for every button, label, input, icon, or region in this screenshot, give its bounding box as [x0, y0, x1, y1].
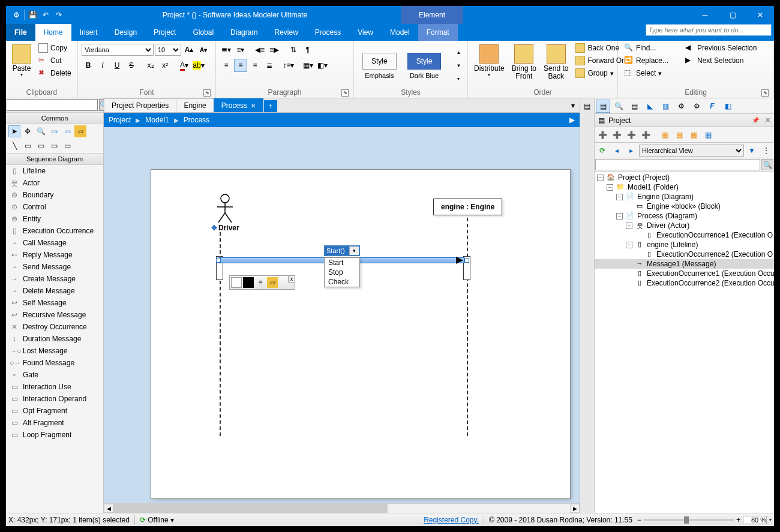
tree-node[interactable]: ▯ExecutionOccurrence1 (Execution Occu — [595, 269, 774, 278]
cut-button[interactable]: ✂Cut — [36, 55, 74, 67]
ptool-add-1[interactable]: ➕ — [596, 128, 609, 142]
tree-node[interactable]: −웃Driver (Actor) — [595, 221, 774, 230]
tool-zoom[interactable]: 🔍 — [35, 125, 47, 137]
replace-button[interactable]: 🔁Replace... — [622, 55, 671, 67]
highlight-icon[interactable]: ab▾ — [192, 59, 205, 72]
lifeline-engine-header[interactable]: engine : Engine — [433, 199, 502, 215]
tab-model[interactable]: Model — [382, 24, 418, 41]
styles-scroll-down[interactable]: ▼ — [452, 59, 465, 73]
status-offline[interactable]: ⟳ Offline ▾ — [140, 516, 174, 524]
toolbox-item-loop-fragment[interactable]: ▭Loop Fragment — [6, 429, 103, 441]
toolbox-item-actor[interactable]: 웃Actor — [6, 177, 103, 189]
ctx-tool-4[interactable]: ▱ — [267, 277, 278, 288]
align-left-icon[interactable]: ≡ — [220, 59, 233, 72]
rstrip-btn-1[interactable]: ▤ — [581, 100, 594, 113]
rtool-7[interactable]: ⚙ — [689, 100, 704, 113]
font-size-select[interactable]: 10 — [155, 44, 181, 56]
tree-node[interactable]: −▯engine (Lifeline) — [595, 240, 774, 250]
tool-rect[interactable]: ▭ — [22, 140, 34, 152]
diagram-canvas[interactable]: ✥Driver engine : Engine ▾ — [104, 127, 580, 503]
toolbox-item-recursive-message[interactable]: ↩Recursive Message — [6, 309, 103, 321]
numbering-icon[interactable]: ≡▾ — [234, 43, 247, 56]
tell-me-search[interactable] — [646, 24, 772, 36]
ptool-5[interactable]: ▦ — [658, 128, 671, 142]
view-mode-select[interactable]: Hierarchical View — [639, 145, 744, 157]
actor-driver[interactable]: ✥Driver — [211, 194, 239, 232]
toolbox-item-call-message[interactable]: →Call Message — [6, 237, 103, 249]
outdent-icon[interactable]: ◀≡ — [253, 43, 266, 56]
delete-button[interactable]: ✖Delete — [36, 67, 74, 79]
toolbox-item-gate[interactable]: ▫Gate — [6, 369, 103, 381]
toolbox-item-alt-fragment[interactable]: ▭Alt Fragment — [6, 417, 103, 429]
toolbox-item-interaction-use[interactable]: ▭Interaction Use — [6, 381, 103, 393]
tree-node[interactable]: −📄Engine (Diagram) — [595, 192, 774, 202]
tool-move[interactable]: ✥ — [22, 125, 34, 137]
tab-global[interactable]: Global — [184, 24, 222, 41]
tab-design[interactable]: Design — [106, 24, 145, 41]
sort-icon[interactable]: ⇅ — [287, 43, 300, 56]
tree-node[interactable]: −📁Model1 (Folder) — [595, 182, 774, 192]
toolbox-item-boundary[interactable]: ⊖Boundary — [6, 189, 103, 201]
grow-font-icon[interactable]: A▴ — [182, 43, 196, 56]
indent-icon[interactable]: ≡▶ — [268, 43, 281, 56]
toolbox-item-duration-message[interactable]: ↕Duration Message — [6, 333, 103, 345]
justify-icon[interactable]: ≣ — [263, 59, 276, 72]
suggestion-stop[interactable]: Stop — [325, 267, 359, 277]
tab-review[interactable]: Review — [266, 24, 306, 41]
tree-node[interactable]: −🏠Project (Project) — [595, 173, 774, 182]
tab-file[interactable]: File — [6, 24, 35, 41]
toolbox-section-sequence[interactable]: Sequence Diagram — [6, 153, 103, 165]
ptool-6[interactable]: ▦ — [673, 128, 686, 142]
panel-close-icon[interactable]: ✕ — [765, 116, 770, 124]
styles-scroll-up[interactable]: ▲ — [452, 46, 465, 59]
tab-overflow-icon[interactable]: ▾ — [566, 99, 580, 112]
add-tab-button[interactable]: + — [264, 100, 277, 112]
tab-diagram[interactable]: Diagram — [222, 24, 266, 41]
message-name-input[interactable] — [325, 247, 349, 255]
ctx-tool-3[interactable]: ≡ — [255, 277, 266, 288]
tree-node[interactable]: ▯ExecutionOccurrence2 (Execution Occu — [595, 278, 774, 288]
tree-node[interactable]: ▭Engine «block» (Block) — [595, 202, 774, 211]
tab-home[interactable]: Home — [35, 24, 71, 41]
rtool-8[interactable]: F — [705, 100, 719, 113]
bring-front-button[interactable]: Bring to Front — [509, 42, 539, 83]
toolbox-item-lost-message[interactable]: →○Lost Message — [6, 345, 103, 357]
paste-button[interactable]: Paste▾ — [10, 42, 34, 80]
minimize-button[interactable]: ─ — [691, 6, 719, 24]
select-button[interactable]: ⬚Select ▾ — [622, 67, 671, 79]
qat-save-icon[interactable]: 💾 — [27, 10, 38, 20]
rtool-9[interactable]: ◧ — [721, 100, 735, 113]
ctx-tool-2[interactable] — [243, 277, 254, 288]
message-name-dropdown-icon[interactable]: ▾ — [349, 247, 359, 255]
toolbox-item-destroy-occurrence[interactable]: ✕Destroy Occurrence — [6, 321, 103, 333]
tab-project[interactable]: Project — [145, 24, 184, 41]
bold-icon[interactable]: B — [82, 59, 95, 72]
tool-rect4[interactable]: ▭ — [61, 140, 73, 152]
zoom-dropdown-icon[interactable]: ▾ — [769, 517, 772, 522]
message-handle-end[interactable] — [464, 258, 469, 263]
breadcrumb-process[interactable]: Process — [184, 116, 209, 124]
shrink-font-icon[interactable]: A▾ — [197, 43, 210, 56]
tree-node[interactable]: ▯ExecutionOccurrence1 (Execution O — [595, 230, 774, 240]
toolbox-item-send-message[interactable]: →Send Message — [6, 261, 103, 273]
ptool-7[interactable]: ▦ — [687, 128, 700, 142]
filter-icon[interactable]: ▼ — [745, 144, 758, 157]
toolbox-item-opt-fragment[interactable]: ▭Opt Fragment — [6, 405, 103, 417]
tool-folder[interactable]: ▱ — [74, 125, 86, 137]
toggle-marks-icon[interactable]: ¶ — [301, 43, 314, 56]
rtool-4[interactable]: ◣ — [643, 100, 657, 113]
ptool-refresh[interactable]: ⟳ — [596, 144, 609, 157]
tree-node[interactable]: ▯ExecutionOccurrence2 (Execution O — [595, 250, 774, 259]
shading-icon[interactable]: ◧▾ — [316, 59, 329, 72]
doctab-project-properties[interactable]: Project Properties — [104, 98, 176, 112]
toolbox-item-interaction-operand[interactable]: ▭Interaction Operand — [6, 393, 103, 405]
breadcrumb-model[interactable]: Model1 — [145, 116, 169, 124]
strike-icon[interactable]: S — [125, 59, 138, 72]
suggestion-start[interactable]: Start — [325, 258, 359, 267]
styles-more[interactable]: ▾ — [452, 73, 465, 86]
copy-button[interactable]: Copy — [36, 42, 74, 54]
ctx-tool-1[interactable] — [231, 277, 242, 288]
bullets-icon[interactable]: ≣▾ — [220, 43, 233, 56]
font-family-select[interactable]: Verdana — [82, 44, 154, 56]
toolbox-item-self-message[interactable]: ↩Self Message — [6, 297, 103, 309]
